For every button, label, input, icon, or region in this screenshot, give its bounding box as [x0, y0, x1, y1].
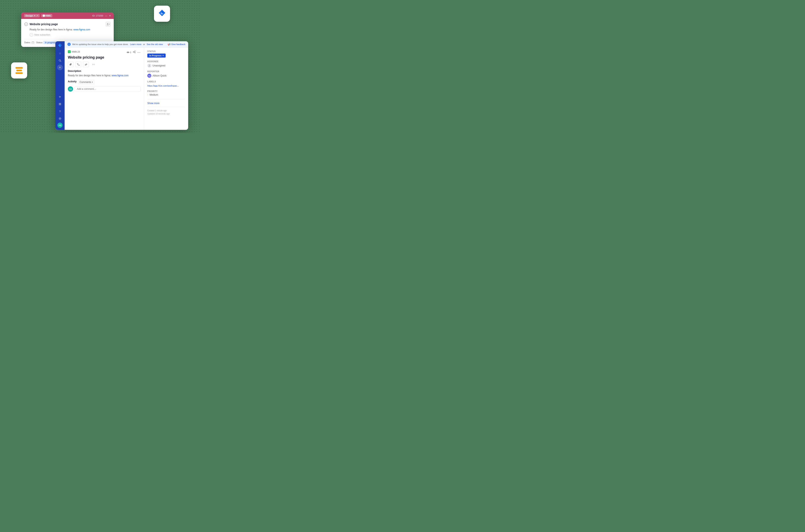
subaction-text[interactable]: New subaction	[34, 33, 50, 36]
attach-button[interactable]	[68, 62, 74, 67]
reporter-field-label: REPORTER	[147, 71, 185, 73]
info-text: We're updating the issue view to help yo…	[72, 43, 129, 45]
issue-top-actions-right: 1 ⋯	[127, 51, 141, 54]
task-id: ID: 173200 — ✕	[92, 15, 111, 17]
comments-dropdown[interactable]: Comments ▾	[78, 80, 94, 84]
issue-project-tag: H HWA-23	[68, 50, 80, 53]
sidebar-item-search[interactable]	[57, 57, 63, 64]
task-description: Ready for dev design files here in figma…	[30, 28, 111, 31]
svg-point-12	[59, 60, 61, 61]
comments-chevron: ▾	[92, 81, 93, 83]
link-button[interactable]	[83, 62, 89, 67]
sidebar-item-rocket[interactable]: ✈	[57, 94, 63, 100]
line-bar-1	[16, 67, 23, 69]
design-badge[interactable]: Design ▼ ↗	[24, 14, 40, 17]
line-bar-2	[16, 70, 22, 71]
priority-field: PRIORITY ↑ Medium	[147, 90, 185, 96]
comment-input-row: AQ	[68, 86, 141, 92]
priority-field-label: PRIORITY	[147, 90, 185, 92]
svg-point-18	[60, 118, 61, 119]
svg-point-32	[149, 65, 150, 66]
calendar-icon	[32, 41, 34, 44]
project-icon-svg: H	[68, 51, 70, 53]
subaction-check-svg	[31, 34, 33, 36]
arrow-icon: ▼	[34, 15, 36, 17]
labels-value[interactable]: https://app.hive.com/workspac...	[147, 84, 179, 87]
share-button[interactable]	[133, 51, 136, 54]
task-title: Website pricing page	[30, 22, 58, 26]
status-dropdown[interactable]: In Progress ▾	[147, 54, 166, 58]
check-svg	[25, 23, 27, 25]
eye-icon	[127, 51, 129, 54]
status-label: Status	[36, 41, 42, 44]
project-tag-text: HWA-23	[72, 51, 80, 53]
description-section: Description Ready for dev design files h…	[68, 70, 141, 77]
status-dropdown-value: In Progress	[149, 54, 161, 57]
labels-field-label: LABELS	[147, 80, 185, 83]
created-text: Created 1 minute ago Updated 10 seconds …	[147, 109, 185, 116]
comment-avatar-initials: AQ	[69, 88, 72, 90]
svg-point-24	[133, 52, 134, 52]
sidebar-item-grid[interactable]	[57, 101, 63, 107]
arrow-out-icon: ↗	[36, 15, 38, 17]
svg-point-23	[135, 51, 135, 52]
assignee-field-label: ASSIGNEE	[147, 60, 185, 63]
issue-action-bar: ⋯	[68, 62, 141, 67]
jira-logo-icon	[158, 9, 167, 18]
avatar-icon	[107, 23, 109, 25]
give-feedback-link[interactable]: Give feedback	[171, 43, 185, 45]
reporter-value: Allison Quick	[153, 74, 167, 77]
sidebar-avatar-initials: AQ	[59, 124, 61, 126]
watch-button[interactable]: 1	[127, 51, 131, 54]
main-panel: ☆ + ✈ ? AQ	[55, 41, 188, 130]
child-issue-button[interactable]	[75, 62, 81, 67]
comment-input[interactable]	[75, 86, 141, 92]
link-btn-icon	[85, 63, 87, 66]
megaphone-icon: 📢	[168, 43, 170, 46]
task-card-header: Design ▼ ↗ HWA ID: 173200 — ✕	[21, 13, 114, 19]
line-bar-3	[16, 72, 23, 74]
svg-point-0	[107, 23, 108, 24]
description-label: Description	[68, 70, 141, 73]
task-avatar-button[interactable]: ▾	[106, 22, 111, 26]
figma-link[interactable]: www.figma.com	[73, 28, 90, 31]
task-check-icon	[24, 22, 28, 26]
settings-icon	[59, 117, 61, 120]
sidebar-item-settings[interactable]	[57, 115, 63, 122]
sidebar: ☆ + ✈ ? AQ	[55, 41, 64, 130]
sidebar-user-avatar[interactable]: AQ	[57, 122, 63, 128]
show-more-link[interactable]: Show more	[147, 102, 159, 104]
see-old-view-link[interactable]: See the old view	[147, 43, 163, 45]
more-options-button[interactable]: ⋯	[137, 51, 141, 54]
svg-rect-15	[60, 103, 61, 104]
reporter-avatar: AQ	[147, 74, 151, 78]
status-field: STATUS In Progress ▾	[147, 50, 185, 58]
more-actions-button[interactable]: ⋯	[91, 62, 96, 67]
description-figma-link[interactable]: www.figma.com	[112, 74, 128, 77]
issue-left-panel: H HWA-23 1	[64, 48, 144, 130]
project-icon: H	[68, 50, 71, 53]
labels-field: LABELS https://app.hive.com/workspac...	[147, 80, 185, 87]
grid-icon	[59, 103, 61, 105]
reporter-field: REPORTER AQ Allison Quick	[147, 71, 185, 78]
status-section: Status In progress	[36, 41, 58, 44]
info-icon: i	[68, 43, 71, 46]
sidebar-item-star[interactable]: ☆	[57, 50, 63, 57]
sidebar-item-plus[interactable]: +	[57, 64, 63, 70]
hwa-badge[interactable]: HWA	[41, 14, 53, 17]
svg-rect-1	[32, 42, 34, 44]
learn-more-link[interactable]: Learn more	[130, 43, 141, 45]
sidebar-jira-logo	[58, 43, 62, 49]
assignee-avatar	[147, 63, 151, 68]
task-id-text: ID: 173200	[92, 15, 103, 17]
comments-label: Comments	[79, 81, 91, 83]
svg-point-25	[135, 53, 135, 53]
issue-body: H HWA-23 1	[64, 48, 188, 130]
priority-icon: ↑	[147, 93, 149, 96]
share-icon	[133, 51, 136, 53]
child-icon	[77, 63, 80, 66]
svg-rect-17	[60, 104, 61, 105]
sidebar-item-help[interactable]: ?	[57, 108, 63, 115]
priority-value: Medium	[150, 93, 158, 96]
svg-rect-16	[59, 104, 60, 105]
